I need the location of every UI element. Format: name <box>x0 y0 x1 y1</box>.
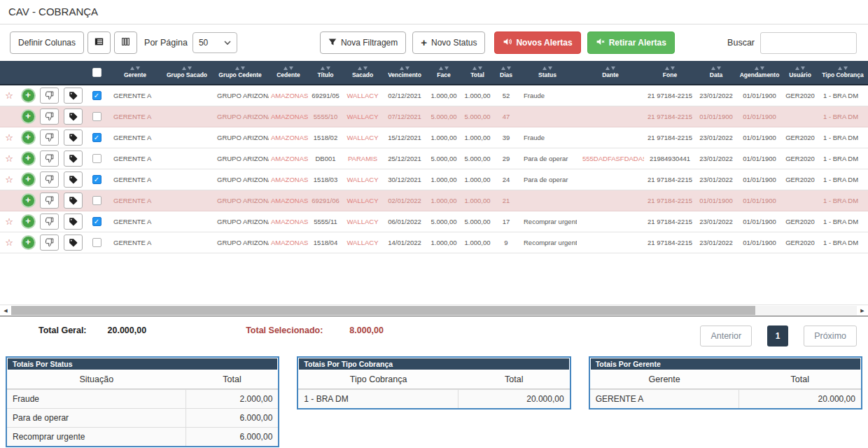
horizontal-scrollbar[interactable]: ◀ ▶ <box>0 304 868 316</box>
novos-alertas-button[interactable]: Novos Alertas <box>494 31 580 54</box>
star-icon[interactable]: ☆ <box>5 90 13 101</box>
columns-view-button[interactable] <box>114 31 137 54</box>
thumbs-down-button[interactable] <box>40 192 59 209</box>
cell-sacado: PARAMIS <box>343 148 382 169</box>
scroll-right-icon[interactable]: ▶ <box>857 308 868 314</box>
add-circle-icon[interactable]: + <box>22 195 34 206</box>
column-header-vencimento[interactable]: Vencimento <box>382 61 427 85</box>
column-header-sacado[interactable]: Sacado <box>343 61 382 85</box>
scroll-left-icon[interactable]: ◀ <box>0 308 11 314</box>
retirar-alertas-button[interactable]: Retirar Alertas <box>587 31 675 54</box>
column-header-titulo[interactable]: Título <box>308 61 343 85</box>
star-icon[interactable]: ☆ <box>5 132 13 143</box>
add-circle-icon[interactable]: + <box>22 90 34 102</box>
tag-button[interactable] <box>64 234 83 251</box>
cell-vencimento: 06/01/2022 <box>382 211 427 232</box>
add-circle-icon[interactable]: + <box>22 153 34 164</box>
row-checkbox[interactable]: ✓ <box>92 217 102 226</box>
star-icon[interactable]: ☆ <box>5 216 13 227</box>
sort-icon[interactable] <box>838 66 848 70</box>
sort-icon[interactable] <box>665 66 675 70</box>
sort-icon[interactable] <box>439 66 449 70</box>
cell-total: 1.000,00 <box>461 85 494 106</box>
thumbs-down-button[interactable] <box>40 234 59 251</box>
scrollbar-track[interactable] <box>11 306 857 315</box>
tag-button[interactable] <box>64 88 83 104</box>
row-checkbox[interactable] <box>92 238 102 247</box>
column-header-agendamento[interactable]: Agendamento <box>736 61 783 85</box>
sort-icon[interactable] <box>182 66 192 70</box>
chevron-down-icon <box>224 38 231 48</box>
column-header-cedente[interactable]: Cedente <box>269 61 308 85</box>
select-all-checkbox[interactable] <box>92 68 102 77</box>
sort-icon[interactable] <box>795 66 805 70</box>
tag-button[interactable] <box>64 130 83 146</box>
column-header-grupo-sacado[interactable]: Grupo Sacado <box>162 61 211 85</box>
tag-button[interactable] <box>64 150 83 167</box>
column-header-usuario[interactable]: Usuário <box>783 61 818 85</box>
sort-icon[interactable] <box>606 66 615 70</box>
tag-button[interactable] <box>64 192 83 209</box>
star-icon[interactable]: ☆ <box>5 174 13 185</box>
add-circle-icon[interactable]: + <box>22 132 34 144</box>
thumbs-down-button[interactable] <box>40 130 59 146</box>
star-icon[interactable]: ☆ <box>5 153 13 164</box>
sort-icon[interactable] <box>130 66 140 70</box>
row-checkbox[interactable]: ✓ <box>92 133 102 142</box>
search-input[interactable] <box>760 32 857 54</box>
cell-dante <box>577 232 644 253</box>
sort-icon[interactable] <box>501 66 511 70</box>
column-header-grupo-cedente[interactable]: Grupo Cedente <box>211 61 269 85</box>
sort-icon[interactable] <box>400 66 410 70</box>
scrollbar-thumb[interactable] <box>11 306 755 315</box>
column-header-dias[interactable]: Dias <box>494 61 518 85</box>
sort-icon[interactable] <box>358 66 368 70</box>
thumbs-down-button[interactable] <box>40 172 59 188</box>
row-checkbox[interactable] <box>92 154 102 163</box>
cell-vencimento: 15/12/2021 <box>382 127 427 148</box>
add-circle-icon[interactable]: + <box>22 216 34 227</box>
thumbs-down-button[interactable] <box>40 214 59 230</box>
sort-icon[interactable] <box>321 66 330 70</box>
add-circle-icon[interactable]: + <box>22 237 34 248</box>
definir-colunas-button[interactable]: Definir Colunas <box>10 31 84 54</box>
column-header-face[interactable]: Face <box>427 61 461 85</box>
sort-icon[interactable] <box>235 66 245 70</box>
sort-icon[interactable] <box>711 66 721 70</box>
cell-titulo: 69291/06 <box>308 190 343 211</box>
column-header-tipo-cobranca[interactable]: Tipo Cobrança <box>818 61 868 85</box>
cell-status: Para de operar <box>518 148 577 169</box>
sort-icon[interactable] <box>472 66 482 70</box>
sort-icon[interactable] <box>755 66 764 70</box>
sort-icon[interactable] <box>542 66 552 70</box>
thumbs-down-button[interactable] <box>40 88 59 104</box>
column-header-fone[interactable]: Fone <box>644 61 696 85</box>
row-checkbox[interactable] <box>92 196 102 205</box>
per-page-select[interactable]: 50 <box>192 32 237 53</box>
current-page-button[interactable]: 1 <box>767 326 788 346</box>
thumbs-down-button[interactable] <box>40 108 59 125</box>
column-header-total[interactable]: Total <box>461 61 494 85</box>
column-header-gerente[interactable]: Gerente <box>108 61 162 85</box>
row-checkbox[interactable]: ✓ <box>92 175 102 184</box>
cell-dante <box>577 106 644 127</box>
column-header-data[interactable]: Data <box>696 61 736 85</box>
previous-page-button[interactable]: Anterior <box>700 326 752 346</box>
nova-filtragem-button[interactable]: Nova Filtragem <box>320 31 406 54</box>
novo-status-button[interactable]: + Novo Status <box>412 31 485 54</box>
add-circle-icon[interactable]: + <box>22 111 34 122</box>
sort-icon[interactable] <box>284 66 293 70</box>
column-header-dante[interactable]: Dante <box>577 61 644 85</box>
row-checkbox[interactable] <box>92 112 102 121</box>
tag-button[interactable] <box>64 172 83 188</box>
next-page-button[interactable]: Próximo <box>804 326 857 346</box>
thumbs-down-button[interactable] <box>40 150 59 167</box>
column-header-status[interactable]: Status <box>518 61 577 85</box>
add-circle-icon[interactable]: + <box>22 174 34 186</box>
tag-button[interactable] <box>64 108 83 125</box>
tag-button[interactable] <box>64 214 83 230</box>
panel-title: Totais Por Status <box>7 358 278 370</box>
star-icon[interactable]: ☆ <box>5 237 13 248</box>
row-checkbox[interactable]: ✓ <box>92 91 102 100</box>
list-view-button[interactable] <box>88 31 111 54</box>
